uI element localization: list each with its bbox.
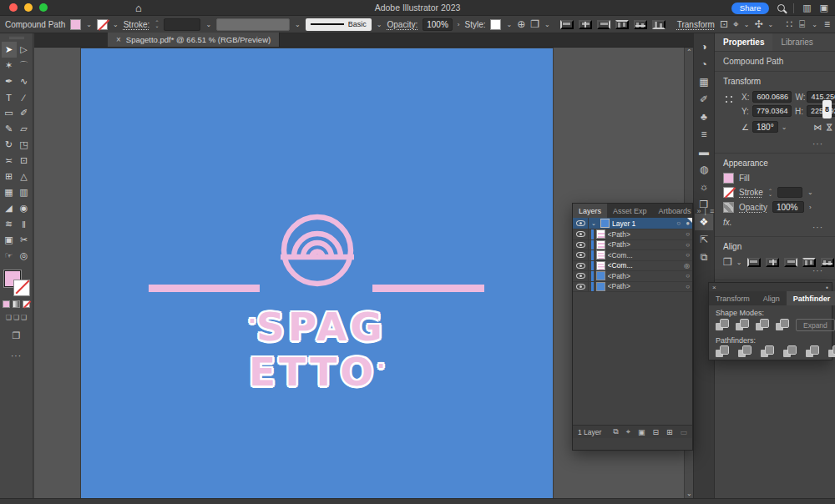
close-window-button[interactable] (9, 3, 18, 12)
new-sublayer-icon[interactable]: ⊟ (652, 427, 659, 436)
tab-libraries[interactable]: Libraries (772, 33, 821, 51)
chevron-down-icon[interactable]: ⌄ (544, 21, 550, 28)
x-field[interactable]: 600.0686 (752, 91, 792, 103)
curvature-tool[interactable]: ∿ (17, 73, 32, 89)
stroke-weight-stepper[interactable]: ⌃⌄ (768, 189, 772, 196)
chevron-down-icon[interactable]: ⌄ (377, 21, 382, 28)
chevron-down-icon[interactable]: ⌄ (807, 189, 813, 196)
select-similar-icon[interactable]: ⌖ (733, 18, 739, 30)
collect-for-export-icon[interactable]: ⧉ (613, 427, 618, 436)
appearance-panel-icon[interactable]: ☼ (695, 179, 713, 195)
zoom-window-button[interactable] (39, 3, 48, 12)
object-name[interactable]: <Path> (608, 230, 684, 239)
selection-tool[interactable]: ➤ (2, 42, 17, 58)
opacity-field[interactable]: 100% (423, 18, 453, 31)
asset-export-panel-icon[interactable]: ⇱ (695, 231, 713, 248)
flip-horizontal-icon[interactable]: ⋈ (813, 123, 822, 132)
visibility-eye-icon[interactable] (576, 252, 585, 258)
appearance-fill-swatch[interactable] (723, 173, 734, 184)
direct-selection-tool[interactable]: ▷ (17, 42, 32, 58)
visibility-eye-icon[interactable] (576, 220, 585, 226)
opacity-swatch[interactable] (723, 202, 734, 213)
target-circle-icon[interactable]: ◎ (684, 262, 690, 270)
shape-mode-minus-front[interactable] (736, 320, 748, 330)
reference-point-locator[interactable] (723, 93, 736, 106)
target-circle-icon[interactable]: ○ (676, 219, 681, 227)
target-circle-icon[interactable]: ○ (686, 272, 690, 280)
transparency-panel-icon[interactable]: ◍ (695, 161, 713, 178)
arrange-documents-icon[interactable]: ∷ (786, 18, 792, 30)
hand-tool[interactable]: ☞ (2, 248, 17, 264)
shape-builder-tool[interactable]: ⊞ (2, 169, 17, 184)
layer-row-path-1[interactable]: <Path> ○ (573, 229, 692, 240)
align-more-options-icon[interactable]: ··· (807, 265, 828, 276)
expand-layer-icon[interactable]: ⌄ (591, 220, 598, 227)
stroke-weight-dropdown[interactable] (777, 187, 802, 198)
stroke-weight-dropdown[interactable] (164, 18, 200, 31)
delete-selection-icon[interactable]: ▭ (680, 427, 687, 436)
layer-row-compound-2[interactable]: <Com... ◎ (573, 261, 692, 272)
artboards-panel-icon[interactable]: ⧉ (695, 249, 713, 265)
opacity-arrow-icon[interactable]: › (809, 204, 812, 211)
locate-object-icon[interactable]: ⌖ (626, 427, 630, 436)
tools-panel-grip[interactable] (9, 37, 24, 39)
align-vertical-middle[interactable] (634, 20, 647, 29)
stroke-weight-stepper[interactable]: ⌃⌄ (154, 21, 159, 28)
panels-icon[interactable]: ▥ (802, 3, 811, 13)
tab-layers[interactable]: Layers (573, 204, 607, 218)
align-horizontal-right[interactable] (784, 258, 797, 267)
layer-row-path-2[interactable]: <Path> ○ (573, 240, 692, 251)
swatches-panel-icon[interactable]: ▦ (695, 73, 713, 90)
appearance-stroke-swatch[interactable] (723, 187, 734, 198)
type-tool[interactable]: T (2, 89, 17, 105)
opacity-label[interactable]: Opacity: (387, 20, 418, 29)
workspace-switcher-icon[interactable]: ⌸ (799, 18, 805, 30)
gradient-panel-icon[interactable]: ◔ (695, 56, 713, 73)
color-panel-icon[interactable]: ◑ (695, 38, 713, 55)
graphic-style-swatch[interactable] (490, 19, 501, 30)
logo-right-bar[interactable] (372, 285, 484, 292)
object-name[interactable]: <Path> (608, 240, 684, 249)
pathfinder-trim[interactable] (738, 346, 751, 357)
brushes-panel-icon[interactable]: ✐ (695, 91, 713, 108)
chevron-down-icon[interactable]: ⌄ (86, 21, 92, 28)
spaghetti-bowl-logo[interactable] (276, 213, 359, 290)
tab-properties[interactable]: Properties (715, 33, 772, 51)
zoom-tool[interactable]: ◎ (17, 248, 32, 264)
rotate-tool[interactable]: ↻ (2, 137, 17, 153)
tab-pathfinder[interactable]: Pathfinder (787, 291, 835, 305)
document-tab[interactable]: × Spagetto.pdf* @ 66.51 % (RGB/Preview) (108, 33, 280, 47)
eyedropper-tool[interactable]: ◢ (2, 200, 17, 216)
target-circle-icon[interactable]: ○ (686, 251, 690, 259)
screen-mode-icon[interactable]: ▣ (820, 3, 828, 13)
transform-more-options-icon[interactable]: ··· (807, 139, 828, 149)
document-setup-icon[interactable]: ❐ (530, 18, 539, 30)
slice-tool[interactable]: ✂ (17, 232, 32, 248)
eraser-tool[interactable]: ▱ (17, 121, 32, 137)
object-name[interactable]: <Path> (608, 282, 684, 290)
logo-text-line2[interactable]: ETTO· (81, 349, 553, 395)
chevron-down-icon[interactable]: ⌄ (782, 123, 787, 131)
edit-toolbar-button[interactable]: ··· (6, 350, 27, 361)
align-horizontal-left[interactable] (560, 20, 574, 29)
scroll-down-icon[interactable]: ⌄ (686, 490, 692, 497)
stroke-label[interactable]: Stroke (739, 188, 763, 197)
chevron-down-icon[interactable]: ⌄ (768, 21, 774, 28)
bounding-box-icon[interactable]: ⊡ (720, 18, 728, 30)
make-mask-icon[interactable]: ▣ (638, 427, 645, 436)
chevron-down-icon[interactable]: ⌄ (736, 259, 742, 266)
pathfinder-merge[interactable] (761, 346, 773, 357)
lasso-tool[interactable]: ⌒ (17, 58, 32, 73)
object-name[interactable]: <Com... (608, 251, 684, 260)
collapse-panel-icon[interactable]: » (697, 207, 701, 215)
chevron-down-icon[interactable]: ⌄ (812, 21, 817, 28)
none-mode-button[interactable] (23, 300, 30, 308)
stroke-panel-icon[interactable]: ≡ (695, 126, 713, 143)
object-name[interactable]: <Com... (608, 261, 682, 270)
target-circle-icon[interactable]: ○ (686, 283, 690, 290)
stroke-weight-label[interactable]: Stroke: (124, 20, 150, 29)
visibility-eye-icon[interactable] (576, 242, 585, 248)
chevron-down-icon[interactable]: ⌄ (113, 21, 119, 28)
mesh-tool[interactable]: ▦ (2, 184, 17, 200)
align-horizontal-right[interactable] (597, 20, 610, 29)
